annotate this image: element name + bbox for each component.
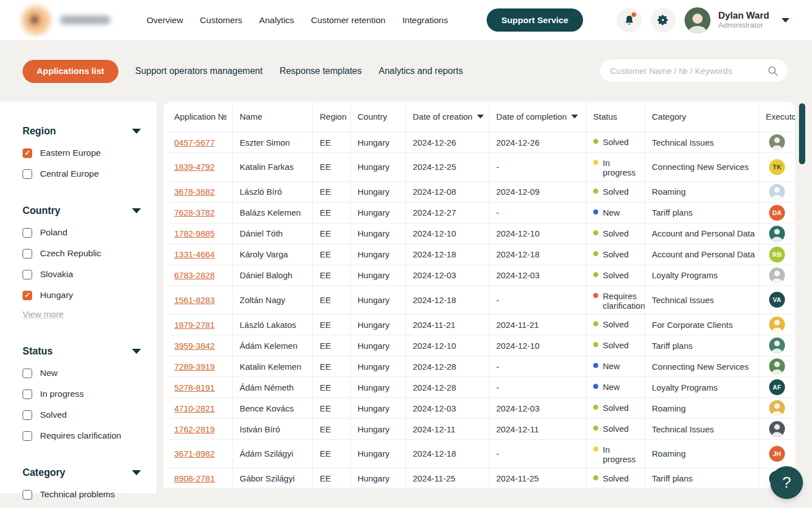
executor-avatar[interactable]	[769, 317, 785, 332]
filter-group-header[interactable]: Region	[23, 125, 141, 137]
nav-item[interactable]: Overview	[147, 15, 183, 25]
collapse-chevron-down-icon[interactable]	[132, 208, 141, 213]
filter-option[interactable]: Requires clarification	[23, 431, 141, 441]
nav-item[interactable]: Customers	[200, 15, 242, 25]
user-menu[interactable]: Dylan Ward Administrator	[718, 10, 769, 31]
tab[interactable]: Support operators management	[135, 66, 263, 76]
application-number-link[interactable]: 7289-3919	[174, 362, 215, 371]
table-row: 5278-8191 Ádám Németh EE Hungary 2024-12…	[169, 376, 795, 397]
tab[interactable]: Analytics and reports	[379, 66, 463, 76]
executor-avatar[interactable]	[769, 184, 785, 200]
nav-item[interactable]: Customer retention	[311, 15, 386, 25]
application-number-link[interactable]: 1561-8283	[174, 295, 215, 305]
checkbox[interactable]	[23, 270, 32, 279]
executor-avatar[interactable]: AF	[769, 379, 785, 395]
application-number-link[interactable]: 8908-2781	[174, 474, 215, 483]
search-input[interactable]	[610, 66, 767, 76]
user-menu-chevron-down-icon[interactable]	[782, 18, 789, 23]
support-service-button[interactable]: Support Service	[487, 8, 583, 32]
executor-avatar[interactable]: DA	[769, 205, 785, 221]
application-number-link[interactable]: 1331-4664	[174, 249, 215, 259]
status-dot-icon	[593, 160, 598, 165]
help-button[interactable]: ?	[770, 466, 803, 499]
checkbox[interactable]	[23, 228, 32, 238]
application-number-link[interactable]: 0457-5677	[174, 138, 215, 147]
column-header: Executor	[758, 102, 795, 132]
checkbox[interactable]	[23, 291, 32, 300]
application-number-link[interactable]: 1782-9885	[174, 229, 215, 238]
cell-category: Tariff plans	[645, 335, 758, 356]
checkbox[interactable]	[23, 169, 32, 179]
filter-option[interactable]: Czech Republic	[23, 248, 141, 259]
gear-icon	[656, 14, 669, 27]
checkbox[interactable]	[23, 431, 32, 441]
application-number-link[interactable]: 7628-3782	[174, 208, 215, 217]
filter-group-title: Status	[23, 345, 52, 357]
application-number-link[interactable]: 1762-2819	[174, 424, 215, 434]
filter-option[interactable]: Slovakia	[23, 269, 141, 279]
cell-name: István Bíró	[232, 419, 312, 439]
checkbox[interactable]	[23, 389, 32, 399]
filter-group-header[interactable]: Country	[23, 205, 141, 217]
sort-arrow-icon[interactable]	[477, 115, 484, 119]
filter-option[interactable]: Central Europe	[23, 169, 141, 179]
executor-avatar[interactable]	[769, 358, 785, 374]
application-number-link[interactable]: 5278-8191	[174, 383, 215, 392]
application-number-link[interactable]: 3959-3842	[174, 341, 215, 351]
cell-country: Hungary	[350, 419, 405, 439]
user-avatar[interactable]	[685, 7, 710, 33]
sort-arrow-icon[interactable]	[571, 115, 578, 119]
cell-name: Ádám Németh	[232, 377, 312, 397]
executor-avatar[interactable]	[769, 134, 785, 150]
notifications-button[interactable]	[617, 8, 642, 33]
view-more-link[interactable]: View more	[23, 309, 64, 319]
filter-group: Region Eastern Europe Central Europe	[23, 125, 141, 179]
collapse-chevron-down-icon[interactable]	[132, 129, 141, 134]
tab[interactable]: Response templates	[280, 66, 362, 76]
application-number-link[interactable]: 3678-3682	[174, 187, 215, 196]
app-logo[interactable]	[21, 6, 111, 35]
table-scrollbar-thumb[interactable]	[799, 103, 805, 164]
executor-avatar[interactable]	[769, 226, 785, 242]
filter-option[interactable]: Hungary	[23, 290, 141, 300]
checkbox[interactable]	[23, 410, 32, 420]
application-number-link[interactable]: 6783-2828	[174, 270, 215, 280]
settings-button[interactable]	[651, 8, 676, 33]
table-body: 0457-5677 Eszter Simon EE Hungary 2024-1…	[169, 132, 795, 488]
checkbox[interactable]	[23, 369, 32, 378]
checkbox[interactable]	[23, 490, 32, 500]
collapse-chevron-down-icon[interactable]	[132, 349, 141, 354]
collapse-chevron-down-icon[interactable]	[132, 470, 141, 475]
filter-option-label: Poland	[40, 227, 67, 238]
executor-avatar[interactable]	[769, 338, 785, 353]
nav-item[interactable]: Analytics	[259, 15, 294, 25]
filter-group-header[interactable]: Status	[23, 345, 141, 357]
column-header: Country	[350, 102, 405, 132]
executor-avatar[interactable]: VA	[769, 292, 785, 308]
application-number-link[interactable]: 1879-2781	[174, 320, 215, 330]
executor-avatar[interactable]: RB	[769, 247, 785, 262]
cell-executor	[758, 356, 795, 376]
filter-option[interactable]: Technical problems	[23, 489, 141, 500]
filter-option[interactable]: In progress	[23, 389, 141, 399]
search-box[interactable]	[599, 59, 788, 82]
application-number-link[interactable]: 4710-2821	[174, 404, 215, 413]
filter-option[interactable]: New	[23, 368, 141, 378]
checkbox[interactable]	[23, 148, 32, 158]
application-number-link[interactable]: 1839-4792	[174, 162, 215, 172]
filter-group-header[interactable]: Category	[23, 467, 141, 479]
filter-option[interactable]: Eastern Europe	[23, 148, 141, 158]
executor-avatar[interactable]	[769, 400, 785, 416]
search-icon[interactable]	[767, 65, 779, 77]
executor-avatar[interactable]: TK	[769, 159, 785, 175]
executor-avatar[interactable]	[769, 268, 785, 283]
nav-item[interactable]: Integrations	[402, 15, 448, 25]
executor-avatar[interactable]	[769, 421, 785, 437]
filter-option[interactable]: Solved	[23, 410, 141, 420]
tab-active[interactable]: Applications list	[23, 60, 118, 83]
filter-option[interactable]: Poland	[23, 227, 141, 238]
executor-avatar[interactable]: JH	[769, 446, 785, 462]
column-header-label: Application №	[174, 112, 227, 121]
application-number-link[interactable]: 3671-8982	[174, 449, 215, 458]
checkbox[interactable]	[23, 249, 32, 259]
